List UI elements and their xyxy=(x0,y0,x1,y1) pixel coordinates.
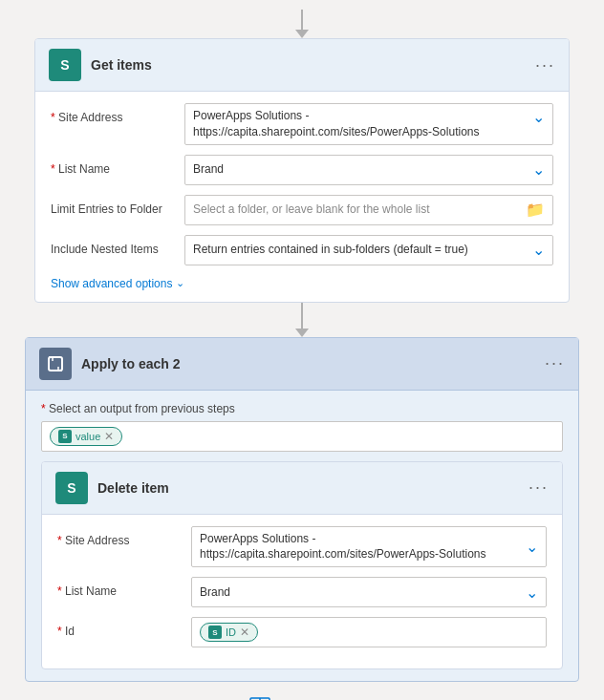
value-token-remove[interactable]: ✕ xyxy=(104,430,114,443)
get-items-title: Get items xyxy=(91,57,526,73)
limit-entries-label: Limit Entries to Folder xyxy=(51,195,184,216)
delete-item-icon: S xyxy=(55,472,88,504)
delete-id-label: * Id xyxy=(57,617,191,638)
show-advanced-label: Show advanced options xyxy=(51,277,172,290)
apply-to-each-icon xyxy=(39,348,72,380)
list-name-field[interactable]: Brand ⌄ xyxy=(184,155,553,185)
delete-item-card: S Delete item ··· * Site Address PowerAp… xyxy=(41,461,563,670)
list-name-chevron[interactable]: ⌄ xyxy=(532,160,545,179)
output-label: * Select an output from previous steps xyxy=(41,402,563,415)
list-name-row: * List Name Brand ⌄ xyxy=(51,155,553,185)
id-token-icon: S xyxy=(208,626,222,639)
get-items-body: * Site Address PowerApps Solutions - htt… xyxy=(35,92,569,302)
get-items-menu[interactable]: ··· xyxy=(535,55,555,75)
svg-rect-0 xyxy=(49,357,62,371)
delete-item-header: S Delete item ··· xyxy=(42,462,562,515)
delete-id-row: * Id S ID ✕ xyxy=(57,617,547,647)
include-nested-field[interactable]: Return entries contained in sub-folders … xyxy=(184,235,553,265)
delete-list-name-label: * List Name xyxy=(57,577,191,598)
show-advanced-chevron: ⌄ xyxy=(176,277,184,289)
site-address-label: * Site Address xyxy=(51,103,184,124)
token-row[interactable]: S value ✕ xyxy=(41,421,563,452)
id-token: S ID ✕ xyxy=(200,623,258,642)
delete-list-name-chevron[interactable]: ⌄ xyxy=(526,583,538,602)
limit-entries-value: Select a folder, or leave blank for the … xyxy=(193,202,522,218)
value-token-icon: S xyxy=(58,430,72,443)
value-token-label: value xyxy=(76,431,100,442)
delete-id-field[interactable]: S ID ✕ xyxy=(191,617,547,647)
include-nested-label: Include Nested Items xyxy=(51,235,184,256)
delete-item-menu[interactable]: ··· xyxy=(528,477,549,498)
folder-icon[interactable]: 📁 xyxy=(526,201,545,219)
limit-entries-field[interactable]: Select a folder, or leave blank for the … xyxy=(184,195,553,225)
loop-svg-icon xyxy=(46,354,65,373)
site-address-row: * Site Address PowerApps Solutions - htt… xyxy=(51,103,553,145)
apply-to-each-body: * Select an output from previous steps S… xyxy=(26,391,578,682)
middle-connector xyxy=(295,303,309,337)
apply-to-each-header: Apply to each 2 ··· xyxy=(26,338,578,391)
get-items-card: S Get items ··· * Site Address PowerApps… xyxy=(34,38,570,303)
top-connector-arrow xyxy=(295,30,309,38)
delete-item-body: * Site Address PowerApps Solutions - htt… xyxy=(42,515,562,669)
delete-site-address-row: * Site Address PowerApps Solutions - htt… xyxy=(57,526,547,568)
middle-connector-arrow xyxy=(295,329,309,337)
apply-to-each-menu[interactable]: ··· xyxy=(545,353,565,373)
site-address-value: PowerApps Solutions - https://capita.sha… xyxy=(193,108,528,140)
id-token-label: ID xyxy=(226,626,236,638)
delete-item-title: Delete item xyxy=(97,480,519,496)
value-token: S value ✕ xyxy=(50,427,122,446)
delete-site-address-chevron[interactable]: ⌄ xyxy=(526,538,538,556)
get-items-header: S Get items ··· xyxy=(35,39,569,92)
get-items-icon: S xyxy=(49,49,81,81)
apply-to-each-card: Apply to each 2 ··· * Select an output f… xyxy=(25,337,579,683)
delete-list-name-field[interactable]: Brand ⌄ xyxy=(191,577,547,607)
delete-site-address-field[interactable]: PowerApps Solutions - https://capita.sha… xyxy=(191,526,547,568)
delete-site-address-label: * Site Address xyxy=(57,526,191,547)
delete-list-name-value: Brand xyxy=(200,584,522,601)
include-nested-row: Include Nested Items Return entries cont… xyxy=(51,235,553,265)
top-connector xyxy=(295,10,309,38)
show-advanced-button[interactable]: Show advanced options ⌄ xyxy=(51,275,553,290)
site-address-chevron[interactable]: ⌄ xyxy=(532,108,545,126)
delete-list-name-row: * List Name Brand ⌄ xyxy=(57,577,547,607)
limit-entries-row: Limit Entries to Folder Select a folder,… xyxy=(51,195,553,225)
include-nested-value: Return entries contained in sub-folders … xyxy=(193,242,528,258)
list-name-value: Brand xyxy=(193,161,528,178)
canvas: S Get items ··· * Site Address PowerApps… xyxy=(0,0,604,700)
site-address-field[interactable]: PowerApps Solutions - https://capita.sha… xyxy=(184,103,553,145)
include-nested-chevron[interactable]: ⌄ xyxy=(532,241,545,259)
delete-site-address-value: PowerApps Solutions - https://capita.sha… xyxy=(200,531,522,563)
apply-to-each-title: Apply to each 2 xyxy=(81,356,535,371)
list-name-label: * List Name xyxy=(51,155,184,176)
id-token-remove[interactable]: ✕ xyxy=(240,626,249,639)
